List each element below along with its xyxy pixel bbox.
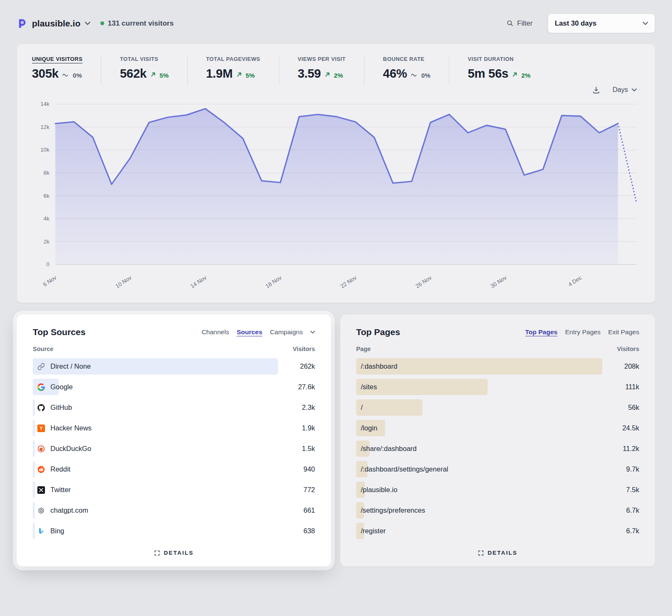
metric-label: VISIT DURATION	[468, 56, 530, 62]
metric-value: 1.9M	[206, 67, 233, 81]
pages-column-headers: Page Visitors	[356, 346, 639, 352]
date-range-value: Last 30 days	[555, 19, 596, 27]
source-visitors: 1.9k	[278, 424, 315, 432]
duckduckgo-icon	[37, 445, 45, 453]
source-visitors: 2.3k	[278, 404, 315, 412]
metric[interactable]: BOUNCE RATE 46% 0%	[364, 55, 449, 85]
interval-select[interactable]: Days	[610, 86, 639, 94]
chevron-down-icon	[632, 88, 637, 92]
metric-change: 0%	[421, 72, 430, 79]
metric-change: 0%	[73, 72, 82, 79]
page-label: /register	[361, 527, 386, 535]
metric-value: 305k	[32, 67, 58, 81]
source-row[interactable]: Bing 638	[33, 521, 315, 541]
page-row[interactable]: /register 6.7k	[356, 521, 639, 541]
svg-text:4 Dec: 4 Dec	[567, 274, 583, 288]
chevron-down-icon[interactable]	[310, 330, 315, 334]
top-sources-title: Top Sources	[33, 327, 86, 337]
analytics-panel: UNIQUE VISITORS 305k 0% TOTAL VISITS 562…	[17, 44, 655, 303]
bing-icon	[37, 527, 45, 535]
tab-exit-pages[interactable]: Exit Pages	[608, 328, 639, 336]
page-label: /:dashboard	[361, 362, 397, 370]
date-range-select[interactable]: Last 30 days	[548, 13, 655, 33]
expand-icon	[154, 550, 160, 556]
source-visitors: 27.6k	[278, 383, 315, 391]
breakdown-section: Top Sources ChannelsSourcesCampaigns Sou…	[17, 315, 655, 566]
tab-top-pages[interactable]: Top Pages	[525, 328, 557, 336]
metrics-bar: UNIQUE VISITORS 305k 0% TOTAL VISITS 562…	[31, 55, 641, 85]
source-label: Bing	[50, 527, 64, 535]
github-icon	[37, 404, 45, 412]
download-icon	[592, 86, 600, 94]
download-button[interactable]	[592, 86, 600, 94]
metric-change: 5%	[160, 72, 169, 79]
page-row[interactable]: /:dashboard 208k	[356, 356, 639, 376]
pages-col-visitors: Visitors	[617, 346, 639, 352]
page-label: /plausible.io	[361, 486, 397, 494]
current-visitors-link[interactable]: 131 current visitors	[100, 19, 174, 28]
page-visitors: 24.5k	[602, 424, 639, 432]
sources-details-label: DETAILS	[164, 550, 194, 556]
source-visitors: 1.5k	[278, 445, 315, 453]
top-pages-title: Top Pages	[356, 327, 400, 337]
source-label: DuckDuckGo	[50, 445, 91, 453]
visitors-area-chart: 02k4k6k8k10k12k14k6 Nov10 Nov14 Nov18 No…	[31, 97, 641, 297]
tab-entry-pages[interactable]: Entry Pages	[565, 328, 600, 336]
source-row[interactable]: Direct / None 262k	[33, 356, 315, 376]
metric[interactable]: TOTAL VISITS 562k 5%	[101, 55, 187, 85]
trend-up-icon	[236, 72, 242, 77]
filter-button[interactable]: Filter	[504, 19, 535, 28]
page-row[interactable]: /plausible.io 7.5k	[356, 480, 639, 500]
tab-campaigns[interactable]: Campaigns	[270, 328, 303, 336]
metric[interactable]: UNIQUE VISITORS 305k 0%	[31, 55, 101, 85]
svg-text:10k: 10k	[40, 147, 50, 153]
site-picker[interactable]: plausible.io	[17, 18, 90, 29]
page-visitors: 9.7k	[602, 465, 639, 473]
sources-tabs: ChannelsSourcesCampaigns	[202, 328, 315, 336]
pages-tabs: Top PagesEntry PagesExit Pages	[525, 328, 639, 336]
source-row[interactable]: chatgpt.com 661	[33, 501, 315, 520]
link-icon	[37, 363, 45, 370]
svg-text:22 Nov: 22 Nov	[339, 274, 358, 289]
svg-text:14 Nov: 14 Nov	[189, 274, 208, 289]
source-visitors: 940	[278, 465, 315, 473]
source-row[interactable]: Reddit 940	[33, 459, 315, 479]
page-row[interactable]: /login 24.5k	[356, 418, 639, 438]
svg-text:30 Nov: 30 Nov	[489, 274, 508, 289]
chevron-down-icon	[643, 21, 648, 25]
page-label: /login	[361, 424, 377, 432]
dashboard-page: plausible.io 131 current visitors Filter…	[0, 0, 672, 616]
tab-channels[interactable]: Channels	[202, 328, 229, 336]
page-row[interactable]: /share/:dashboard 11.2k	[356, 439, 639, 459]
metric-change: 2%	[334, 72, 343, 79]
svg-text:26 Nov: 26 Nov	[415, 274, 433, 289]
page-label: /settings/preferences	[361, 506, 425, 514]
source-row[interactable]: GitHub 2.3k	[33, 398, 315, 417]
page-visitors: 11.2k	[602, 445, 639, 453]
source-row[interactable]: Google 27.6k	[33, 377, 315, 397]
page-row[interactable]: /:dashboard/settings/general 9.7k	[356, 459, 639, 479]
page-visitors: 6.7k	[602, 527, 639, 535]
pages-list: /:dashboard 208k /sites 111k / 56k /logi…	[356, 356, 639, 541]
tab-sources[interactable]: Sources	[236, 328, 262, 336]
trend-up-icon	[512, 72, 517, 77]
metric-change: 5%	[246, 72, 255, 79]
source-row[interactable]: DuckDuckGo 1.5k	[33, 439, 315, 459]
sources-details-button[interactable]: DETAILS	[152, 549, 196, 556]
source-row[interactable]: Twitter 772	[33, 480, 315, 500]
page-row[interactable]: / 56k	[356, 398, 639, 417]
page-visitors: 6.7k	[602, 506, 639, 514]
pages-col-page: Page	[356, 346, 371, 352]
trend-up-icon	[150, 72, 156, 77]
top-bar: plausible.io 131 current visitors Filter…	[17, 13, 655, 33]
source-row[interactable]: Hacker News 1.9k	[33, 418, 315, 438]
page-row[interactable]: /settings/preferences 6.7k	[356, 501, 639, 520]
pages-details-button[interactable]: DETAILS	[475, 549, 520, 556]
metric[interactable]: VIEWS PER VISIT 3.59 2%	[279, 55, 364, 85]
metric[interactable]: VISIT DURATION 5m 56s 2%	[449, 55, 549, 85]
page-row[interactable]: /sites 111k	[356, 377, 639, 397]
page-visitors: 111k	[602, 383, 639, 391]
filter-label: Filter	[517, 19, 533, 27]
metric[interactable]: TOTAL PAGEVIEWS 1.9M 5%	[187, 55, 279, 85]
page-label: /:dashboard/settings/general	[361, 465, 448, 473]
